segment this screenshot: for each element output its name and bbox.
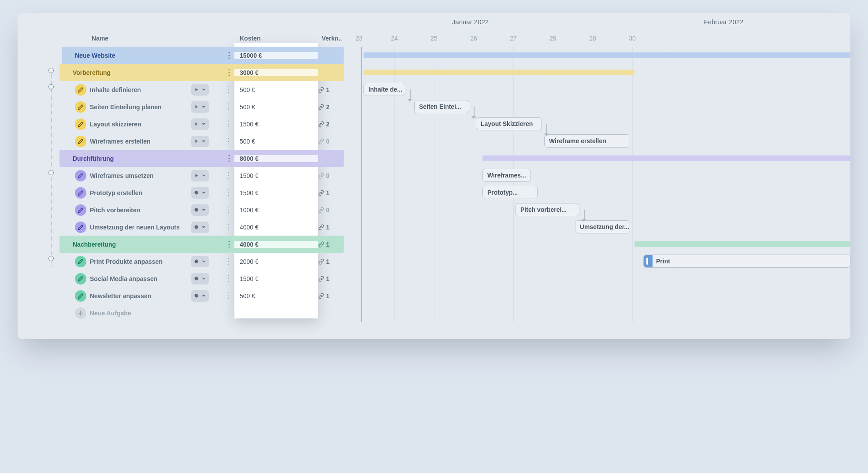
day-tick: 29	[533, 35, 573, 42]
links-cell[interactable]: 1	[318, 275, 344, 282]
gantt-task-box[interactable]: Pitch vorberei...	[516, 203, 579, 216]
task-action-button[interactable]	[191, 101, 209, 113]
task-action-button[interactable]	[191, 84, 209, 96]
svg-point-1	[196, 192, 197, 193]
task-row[interactable]: Inhalte definieren500 €1	[18, 81, 344, 98]
links-cell[interactable]: 1	[318, 258, 344, 265]
gantt-group-bar[interactable]	[634, 241, 850, 247]
gantt-progress-box[interactable]: Print	[643, 255, 850, 268]
links-cell[interactable]: 2	[318, 103, 344, 111]
gantt-task-box[interactable]: Umsetzung der...	[575, 220, 630, 233]
day-tick: 27	[493, 35, 533, 42]
links-cell[interactable]: 1	[318, 224, 344, 231]
chevron-down-icon	[201, 189, 206, 196]
task-row[interactable]: Wireframes erstellen500 €0	[18, 133, 344, 150]
gantt-group-bar[interactable]	[482, 155, 850, 161]
task-row[interactable]: Prototyp erstellen1500 €1	[18, 184, 344, 201]
task-row[interactable]: Umsetzung der neuen Layouts4000 €1	[18, 218, 344, 236]
grid-line	[672, 47, 672, 322]
row-more-icon[interactable]	[222, 224, 234, 231]
add-task-label: Neue Aufgabe	[90, 310, 131, 317]
task-action-button[interactable]	[191, 222, 209, 233]
action-icon	[194, 292, 199, 299]
gantt-chart[interactable]: Inhalte de...Seiten Eintei...Layout Skiz…	[344, 47, 850, 322]
gantt-task-box[interactable]: Prototyp...	[482, 186, 538, 199]
gantt-task-box[interactable]: Wireframes...	[482, 169, 531, 182]
chevron-down-icon	[201, 275, 206, 282]
task-row[interactable]: Layout skizzieren1500 €2	[18, 115, 344, 133]
row-more-icon[interactable]	[223, 69, 234, 76]
cost-cell: 500 €	[234, 103, 318, 111]
group-row[interactable]: Durchführung8000 €	[59, 150, 344, 167]
task-row[interactable]: Seiten Einteilung planen500 €2	[18, 98, 344, 115]
links-cell[interactable]: 1	[318, 86, 344, 93]
task-action-button[interactable]	[191, 256, 209, 267]
row-more-icon[interactable]	[222, 172, 234, 179]
task-row[interactable]: Print Produkte anpassen2000 €1	[18, 253, 344, 270]
group-row[interactable]: Nachbereitung4000 €1	[59, 236, 344, 253]
action-icon	[194, 172, 199, 179]
links-cell[interactable]: 1	[318, 241, 344, 248]
row-more-icon[interactable]	[222, 103, 234, 111]
task-label: Inhalte definieren	[90, 86, 191, 93]
gantt-task-box[interactable]: Seiten Eintei...	[414, 100, 469, 113]
links-cell[interactable]: 1	[318, 189, 344, 196]
dependency-arrow	[410, 89, 411, 100]
dependency-arrow	[546, 124, 547, 134]
row-more-icon[interactable]	[223, 241, 234, 248]
row-more-icon[interactable]	[222, 292, 234, 299]
gantt-panel[interactable]: Januar 2022 Februar 2022 232425262729283…	[344, 13, 850, 339]
row-more-icon[interactable]	[222, 258, 234, 265]
gantt-task-box[interactable]: Wireframe erstellen	[544, 134, 630, 148]
row-more-icon[interactable]	[223, 52, 234, 59]
task-action-button[interactable]	[191, 118, 209, 130]
links-cell[interactable]: 2	[318, 121, 344, 128]
row-more-icon[interactable]	[222, 189, 234, 196]
cost-cell: 8000 €	[234, 155, 318, 162]
row-more-icon[interactable]	[222, 275, 234, 282]
row-more-icon[interactable]	[222, 121, 234, 128]
add-task-row[interactable]: Neue Aufgabe	[18, 304, 344, 321]
grid-line	[593, 47, 593, 322]
task-action-button[interactable]	[191, 170, 209, 181]
links-cell[interactable]: 0	[318, 172, 344, 179]
arrow-head-icon	[544, 133, 549, 136]
task-action-button[interactable]	[191, 204, 209, 216]
links-cell[interactable]: 1	[318, 292, 344, 299]
gantt-task-box[interactable]: Inhalte de...	[364, 83, 405, 96]
row-more-icon[interactable]	[222, 138, 234, 145]
timeline-days: 2324252627292830	[344, 30, 850, 47]
today-indicator	[361, 47, 362, 322]
task-action-button[interactable]	[191, 290, 209, 302]
task-action-button[interactable]	[191, 187, 209, 199]
gantt-task-box[interactable]: Layout Skizzieren	[476, 117, 542, 130]
task-action-button[interactable]	[191, 273, 209, 285]
task-label: Seiten Einteilung planen	[90, 103, 191, 111]
gantt-group-bar[interactable]	[364, 52, 850, 58]
links-cell[interactable]: 0	[318, 138, 344, 145]
task-label: Layout skizzieren	[90, 121, 191, 128]
chevron-down-icon	[201, 138, 206, 145]
chevron-down-icon	[201, 172, 206, 179]
gantt-group-bar[interactable]	[364, 70, 634, 75]
task-label: Wireframes umsetzen	[90, 172, 191, 179]
task-action-button[interactable]	[191, 136, 209, 147]
grid-line	[513, 47, 514, 322]
group-row[interactable]: Neue Website15000 €	[62, 47, 344, 64]
row-more-icon[interactable]	[223, 155, 234, 162]
task-row[interactable]: Pitch vorbereiten1000 €0	[18, 201, 344, 218]
arrow-head-icon	[582, 219, 586, 222]
group-row[interactable]: Vorbereitung3000 €	[59, 64, 344, 81]
task-row[interactable]: Wireframes umsetzen1500 €0	[18, 167, 344, 184]
task-row[interactable]: Newsletter anpassen500 €1	[18, 287, 344, 304]
task-row[interactable]: Social Media anpassen1500 €1	[18, 270, 344, 287]
pencil-icon	[75, 204, 86, 216]
row-more-icon[interactable]	[222, 86, 234, 93]
group-label: Neue Website	[62, 52, 115, 59]
gantt-task-label: Print	[656, 258, 670, 265]
links-cell[interactable]: 0	[318, 207, 344, 214]
pencil-icon	[75, 170, 86, 181]
plus-icon	[75, 307, 86, 319]
row-more-icon[interactable]	[222, 207, 234, 214]
day-tick: 30	[612, 35, 652, 42]
